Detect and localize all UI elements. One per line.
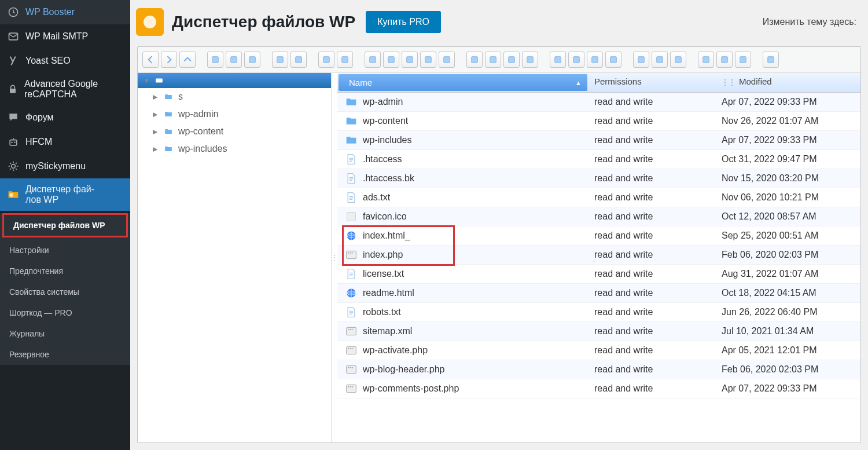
rename-button[interactable] xyxy=(466,52,483,68)
sort-icon xyxy=(674,55,683,64)
invert-button[interactable] xyxy=(503,52,520,68)
file-name: wp-content xyxy=(363,116,408,126)
php-icon xyxy=(345,249,357,261)
file-name: index.html_ xyxy=(363,231,410,241)
file-row[interactable]: ads.txtread and writeNov 06, 2020 10:21 … xyxy=(337,188,860,207)
file-row[interactable]: .htaccess.bkread and writeNov 15, 2020 0… xyxy=(337,169,860,188)
terminal-button[interactable] xyxy=(698,52,714,68)
col-header-modified[interactable]: ⋮⋮Modified xyxy=(716,73,860,92)
file-row[interactable]: .htaccessread and writeOct 31, 2022 09:4… xyxy=(337,150,860,169)
columns-button[interactable] xyxy=(605,52,621,68)
file-modified: Feb 06, 2020 02:03 PM xyxy=(716,361,860,378)
gear-icon xyxy=(7,160,20,173)
delete-button[interactable] xyxy=(420,52,436,68)
menu-item-1[interactable]: WP Mail SMTP xyxy=(0,24,130,49)
file-row[interactable]: wp-comments-post.phpread and writeApr 07… xyxy=(337,379,860,398)
file-row[interactable]: robots.txtread and writeJun 26, 2022 06:… xyxy=(337,303,860,322)
menu-item-4[interactable]: Форум xyxy=(0,105,130,130)
tree-folder-s[interactable]: ▶s xyxy=(138,88,331,105)
folder-icon xyxy=(163,127,174,136)
col-header-permissions[interactable]: Permissions xyxy=(589,73,716,92)
menu-label: Advanced Google reCAPTCHA xyxy=(24,79,123,100)
submenu-item-6[interactable]: Резервное xyxy=(0,344,130,365)
file-perm: read and write xyxy=(589,303,716,321)
file-row[interactable]: readme.htmlread and writeOct 18, 2022 04… xyxy=(337,284,860,303)
copy-alt-button[interactable] xyxy=(272,52,288,68)
tree-folder-wp-admin[interactable]: ▶wp-admin xyxy=(138,105,331,123)
file-modified: Jun 26, 2022 06:40 PM xyxy=(716,303,860,321)
sort-asc-icon: ▲ xyxy=(575,79,582,86)
clear-button[interactable] xyxy=(439,52,455,68)
menu-label: Форум xyxy=(25,112,54,123)
pane-resizer[interactable]: ⋮ xyxy=(332,73,337,442)
folder-icon xyxy=(163,93,174,101)
app-icon xyxy=(136,8,164,36)
menu-item-5[interactable]: HFCM xyxy=(0,130,130,154)
paste-button[interactable] xyxy=(402,52,418,68)
menu-item-2[interactable]: Yoast SEO xyxy=(0,49,130,73)
file-perm: read and write xyxy=(589,189,716,206)
menu-item-3[interactable]: Advanced Google reCAPTCHA xyxy=(0,73,130,105)
sort-button[interactable] xyxy=(670,52,686,68)
submenu-item-4[interactable]: Шорткод — PRO xyxy=(0,302,130,323)
file-row[interactable]: index.phpread and writeFeb 06, 2020 02:0… xyxy=(337,246,860,265)
up-button[interactable] xyxy=(179,52,196,68)
forward-icon xyxy=(164,55,174,64)
copy-button[interactable] xyxy=(365,52,381,68)
tree-root[interactable]: ▼ xyxy=(138,73,331,88)
file-row[interactable]: wp-includesread and writeApr 07, 2022 09… xyxy=(337,131,860,150)
menu-item-0[interactable]: WP Booster xyxy=(0,0,130,24)
submenu-item-2[interactable]: Предпочтения xyxy=(0,261,130,281)
file-row[interactable]: wp-blog-header.phpread and writeFeb 06, … xyxy=(337,360,860,379)
fullscreen-button[interactable] xyxy=(763,52,779,68)
undo-button[interactable] xyxy=(318,52,334,68)
save-button[interactable] xyxy=(244,52,260,68)
submenu-item-3[interactable]: Свойства системы xyxy=(0,281,130,302)
icons-large-button[interactable] xyxy=(550,52,566,68)
buy-pro-button[interactable]: Купить PRO xyxy=(366,11,441,33)
preview-button[interactable] xyxy=(633,52,649,68)
submenu-item-1[interactable]: Настройки xyxy=(0,240,130,261)
icons-small-button[interactable] xyxy=(568,52,584,68)
file-row[interactable]: favicon.icoread and writeOct 12, 2020 08… xyxy=(337,207,860,226)
folder-icon xyxy=(345,115,357,127)
forward-button[interactable] xyxy=(161,52,177,68)
new-folder-button[interactable] xyxy=(207,52,223,68)
back-button[interactable] xyxy=(142,52,159,68)
menu-item-6[interactable]: myStickymenu xyxy=(0,154,130,178)
new-file-button[interactable] xyxy=(226,52,242,68)
file-modified: Apr 07, 2022 09:33 PM xyxy=(716,131,860,149)
tree-folder-wp-content[interactable]: ▶wp-content xyxy=(138,123,331,140)
file-row[interactable]: index.html_read and writeSep 25, 2020 00… xyxy=(337,226,860,246)
help-button[interactable] xyxy=(735,52,751,68)
file-perm: read and write xyxy=(589,265,716,283)
clock-icon xyxy=(7,6,20,19)
menu-label: myStickymenu xyxy=(25,161,86,171)
submenu-item-0[interactable]: Диспетчер файлов WP xyxy=(2,213,128,237)
file-row[interactable]: sitemap.xmlread and writeJul 10, 2021 01… xyxy=(337,322,860,341)
redo-button[interactable] xyxy=(337,52,353,68)
info-button[interactable] xyxy=(652,52,668,68)
file-modified: Jul 10, 2021 01:34 AM xyxy=(716,323,860,340)
file-row[interactable]: license.txtread and writeAug 31, 2022 01… xyxy=(337,265,860,284)
submenu-item-5[interactable]: Журналы xyxy=(0,323,130,344)
tree-folder-wp-includes[interactable]: ▶wp-includes xyxy=(138,140,331,158)
grid-button[interactable] xyxy=(716,52,733,68)
doc-icon xyxy=(345,268,357,280)
icons-small-icon xyxy=(572,55,581,64)
paste-alt-button[interactable] xyxy=(290,52,307,68)
comments-icon xyxy=(7,111,20,124)
list-button[interactable] xyxy=(587,52,603,68)
file-perm: read and write xyxy=(589,131,716,149)
cut-button[interactable] xyxy=(383,52,399,68)
folder-icon xyxy=(7,188,20,201)
select-all-button[interactable] xyxy=(485,52,501,68)
deselect-button[interactable] xyxy=(522,52,538,68)
col-header-name[interactable]: Name ▲ xyxy=(339,74,587,91)
file-row[interactable]: wp-contentread and writeNov 26, 2022 01:… xyxy=(337,112,860,131)
file-row[interactable]: wp-activate.phpread and writeApr 05, 202… xyxy=(337,341,860,360)
file-manager: ▼ ▶s▶wp-admin▶wp-content▶wp-includes ⋮ N… xyxy=(137,46,861,443)
file-row[interactable]: wp-adminread and writeApr 07, 2022 09:33… xyxy=(337,93,860,112)
menu-item-7[interactable]: Диспетчер фай- лов WP xyxy=(0,178,130,211)
menu-label: Диспетчер фай- лов WP xyxy=(25,184,94,205)
